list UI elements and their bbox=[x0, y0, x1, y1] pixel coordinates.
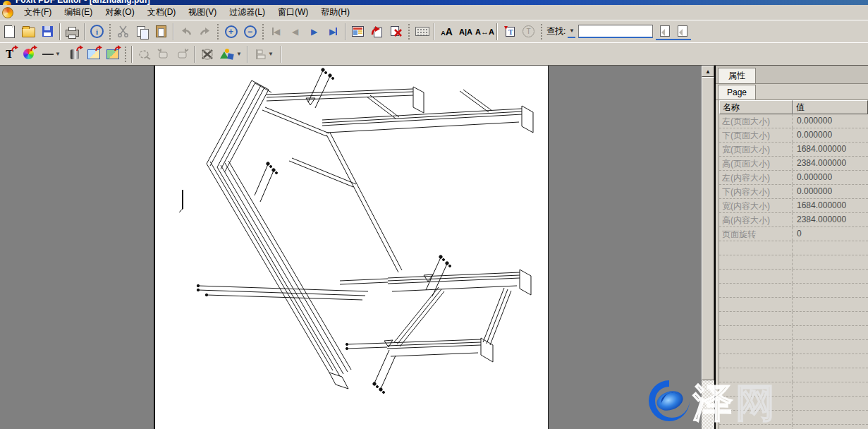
property-value: 1684.000000 bbox=[793, 143, 868, 156]
column-header-name[interactable]: 名称 bbox=[719, 100, 793, 114]
property-row-empty bbox=[719, 298, 868, 312]
find-input[interactable] bbox=[578, 25, 653, 38]
menu-help[interactable]: 帮助(H) bbox=[314, 5, 356, 20]
svg-text:T: T bbox=[508, 28, 513, 36]
find-previous-button[interactable] bbox=[656, 23, 673, 40]
toolbar-grip[interactable] bbox=[216, 23, 219, 40]
property-row[interactable]: 宽(页面大小) 1684.000000 bbox=[719, 143, 868, 157]
property-row-empty bbox=[719, 425, 868, 429]
toolbar-grip[interactable] bbox=[262, 23, 264, 40]
separator bbox=[173, 23, 174, 40]
save-button[interactable] bbox=[38, 23, 57, 40]
edit-text-object-button[interactable]: T bbox=[0, 45, 19, 63]
scroll-up-arrow[interactable]: ▲ bbox=[702, 66, 714, 77]
insert-shapes-button[interactable]: ▼ bbox=[216, 45, 245, 63]
find-dropdown-arrow[interactable]: ▼ bbox=[568, 25, 575, 38]
vertical-scrollbar[interactable]: ▲ bbox=[702, 66, 714, 429]
menu-file[interactable]: 文件(F) bbox=[18, 5, 58, 20]
document-workspace[interactable] bbox=[0, 66, 702, 429]
separator bbox=[194, 46, 195, 63]
property-row[interactable]: 页面旋转 0 bbox=[719, 227, 868, 241]
clone-tool-button[interactable] bbox=[135, 45, 154, 63]
property-value: 2384.000000 bbox=[793, 157, 868, 170]
page-layout-button[interactable] bbox=[348, 23, 367, 40]
toolbar-grip[interactable] bbox=[408, 23, 410, 40]
property-row[interactable]: 下(内容大小) 0.000000 bbox=[719, 185, 868, 199]
open-file-button[interactable] bbox=[19, 23, 38, 40]
property-row-empty bbox=[719, 340, 868, 354]
menu-object[interactable]: 对象(O) bbox=[99, 5, 140, 20]
property-row[interactable]: 高(内容大小) 2384.000000 bbox=[719, 213, 868, 227]
application-window: Foxit PDF Editor - [anzhuang.pdf] 文件(F) … bbox=[0, 0, 868, 429]
delete-object-button[interactable] bbox=[197, 45, 216, 63]
separator bbox=[345, 23, 346, 40]
align-objects-button[interactable]: ▼ bbox=[250, 45, 279, 63]
open-folder-icon bbox=[22, 28, 35, 37]
pdf-page[interactable] bbox=[154, 66, 549, 429]
property-row[interactable]: 高(页面大小) 2384.000000 bbox=[719, 157, 868, 171]
tab-page[interactable]: Page bbox=[718, 85, 756, 99]
last-page-button[interactable]: ▶ bbox=[324, 23, 343, 40]
property-table-header: 名称 值 bbox=[719, 100, 868, 114]
property-row[interactable]: 宽(内容大小) 1684.000000 bbox=[719, 199, 868, 213]
property-row-empty bbox=[719, 411, 868, 425]
undo-button[interactable] bbox=[176, 23, 195, 40]
delete-page-button[interactable] bbox=[386, 23, 405, 40]
new-document-button[interactable] bbox=[0, 23, 19, 40]
scrollbar-thumb[interactable] bbox=[702, 77, 714, 380]
edit-image-button[interactable] bbox=[84, 45, 103, 63]
add-text-button[interactable]: T bbox=[500, 23, 519, 40]
font-spacing-icon: A↔A bbox=[475, 28, 494, 36]
edit-line-dash-button[interactable]: ▼ bbox=[38, 45, 65, 63]
menu-view[interactable]: 视图(V) bbox=[182, 5, 223, 20]
find-next-button[interactable] bbox=[673, 23, 691, 40]
separator bbox=[84, 23, 85, 40]
keyboard-button[interactable] bbox=[412, 23, 432, 40]
text-circle-button[interactable]: T bbox=[519, 23, 538, 40]
menu-edit[interactable]: 编辑(E) bbox=[58, 5, 99, 20]
first-page-button[interactable]: ◀ bbox=[267, 23, 286, 40]
property-row[interactable]: 下(页面大小) 0.000000 bbox=[719, 128, 868, 143]
property-row[interactable]: 左(页面大小) 0.000000 bbox=[719, 114, 868, 128]
insert-page-button[interactable] bbox=[367, 23, 386, 40]
toolbar-grip[interactable] bbox=[124, 46, 127, 63]
redo-button[interactable] bbox=[195, 23, 214, 40]
panel-subheader: Page bbox=[716, 84, 868, 100]
print-button[interactable] bbox=[63, 23, 82, 40]
clone-tool-icon bbox=[138, 49, 151, 60]
property-row-empty bbox=[719, 241, 868, 255]
find-label: 查找: bbox=[546, 25, 566, 37]
property-value: 0.000000 bbox=[793, 185, 868, 198]
copy-button[interactable] bbox=[133, 23, 152, 40]
zoom-in-button[interactable]: + bbox=[221, 23, 240, 40]
transform-left-icon bbox=[157, 49, 170, 60]
red-arrow-icon bbox=[30, 45, 37, 52]
font-replace-button[interactable]: AA bbox=[437, 23, 456, 40]
add-image-button[interactable] bbox=[103, 45, 122, 63]
panel-title-tab[interactable]: 属性 bbox=[718, 68, 756, 83]
document-menu-icon[interactable] bbox=[2, 7, 13, 18]
edit-color-button[interactable] bbox=[19, 45, 38, 63]
document-info-button[interactable]: i bbox=[87, 23, 106, 40]
font-kerning-button[interactable]: A|A bbox=[456, 23, 475, 40]
menu-window[interactable]: 窗口(W) bbox=[271, 5, 314, 20]
shapes-icon bbox=[219, 48, 235, 60]
property-value: 0.000000 bbox=[793, 128, 868, 142]
property-row[interactable]: 左(内容大小) 0.000000 bbox=[719, 171, 868, 185]
toolbar-grip[interactable] bbox=[109, 23, 111, 40]
zoom-out-button[interactable]: − bbox=[240, 23, 259, 40]
toolbar-grip[interactable] bbox=[540, 23, 543, 40]
menu-filter[interactable]: 过滤器(L) bbox=[223, 5, 271, 20]
transform-right-button[interactable] bbox=[173, 45, 192, 63]
previous-page-button[interactable]: ◀ bbox=[286, 23, 305, 40]
font-spacing-button[interactable]: A↔A bbox=[475, 23, 494, 40]
transform-left-button[interactable] bbox=[154, 45, 173, 63]
paste-button[interactable] bbox=[152, 23, 171, 40]
title-bar: Foxit PDF Editor - [anzhuang.pdf] bbox=[0, 0, 868, 5]
property-row-empty bbox=[719, 312, 868, 326]
column-header-value[interactable]: 值 bbox=[793, 100, 868, 114]
next-page-button[interactable]: ▶ bbox=[305, 23, 324, 40]
edit-shading-button[interactable] bbox=[65, 45, 84, 63]
menu-document[interactable]: 文档(D) bbox=[141, 5, 183, 20]
cut-button[interactable] bbox=[114, 23, 133, 40]
